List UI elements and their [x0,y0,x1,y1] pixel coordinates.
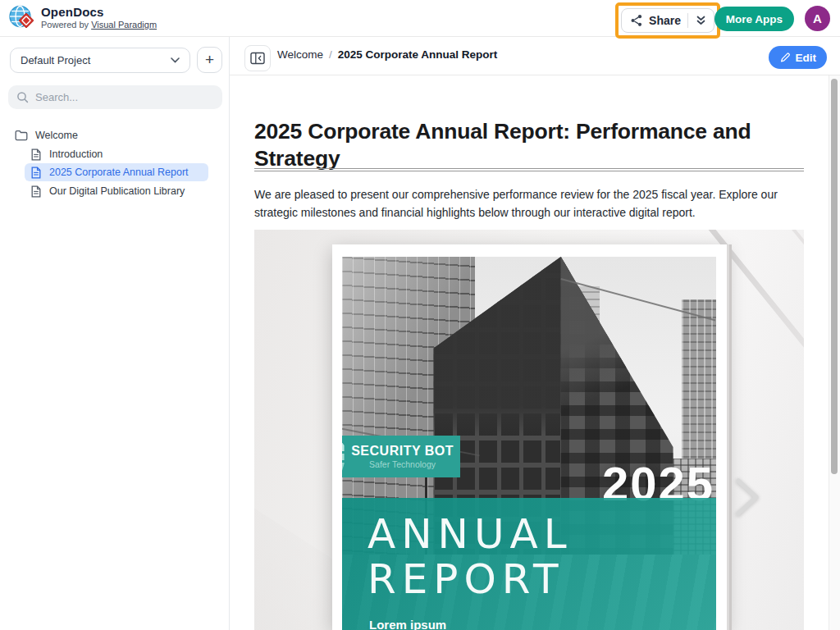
search-icon [16,91,29,103]
edit-label: Edit [796,52,817,64]
sidebar: Default Project + Welcome Introduction [0,37,230,630]
sidebar-search[interactable] [8,85,222,109]
report-cover-page: 2025 ANNUAL REPORT Lorem ipsum SECURITY … [332,244,727,630]
breadcrumb-separator: / [329,48,332,61]
tree-item-introduction[interactable]: Introduction [30,145,103,163]
powered-by-line: Powered by Visual Paradigm [41,20,157,30]
more-apps-button[interactable]: More Apps [714,7,794,31]
intro-paragraph: We are pleased to present our comprehens… [254,185,783,222]
tree-item-welcome[interactable]: Welcome [15,126,78,144]
top-header-bar: OpenDocs Powered by Visual Paradigm Shar… [0,0,840,37]
share-highlight-annotation: Share [615,2,720,39]
cover-subtext: Lorem ipsum [369,618,446,630]
brand-name: SECURITY BOT [351,444,454,459]
flipbook-viewer: 2025 ANNUAL REPORT Lorem ipsum SECURITY … [254,230,804,630]
chevron-right-icon [728,474,766,520]
cover-photo: 2025 ANNUAL REPORT Lorem ipsum SECURITY … [342,257,716,630]
project-selector-dropdown[interactable]: Default Project [10,48,190,73]
next-page-button[interactable] [728,474,766,520]
breadcrumb: Welcome / 2025 Corporate Annual Report [277,48,497,61]
share-button-divider [687,13,688,28]
project-selector-value: Default Project [21,54,90,66]
breadcrumb-parent[interactable]: Welcome [277,48,323,61]
edit-button[interactable]: Edit [769,46,828,69]
chevron-down-icon [171,57,180,63]
share-icon [630,14,643,27]
pencil-icon [779,52,791,63]
user-avatar[interactable]: A [805,6,830,31]
brand-tagline: Safer Technology [369,459,436,469]
share-split-button[interactable]: Share [621,8,714,33]
document-icon [30,148,42,161]
document-icon [30,167,42,179]
document-icon [30,185,42,198]
search-input[interactable] [35,91,199,103]
page-scrollbar-track [829,75,840,630]
brand-badge: SECURITY BOT Safer Technology [342,436,460,477]
folder-icon [15,130,28,141]
breadcrumb-bar: Welcome / 2025 Corporate Annual Report E… [230,37,840,75]
visual-paradigm-link[interactable]: Visual Paradigm [91,20,157,30]
opendocs-logo-icon [8,4,36,32]
collapse-sidebar-button[interactable] [244,45,271,71]
page-scrollbar-thumb[interactable] [831,79,838,474]
document-content: 2025 Corporate Annual Report: Performanc… [230,75,840,630]
heading-divider [254,168,804,171]
cover-title: ANNUAL REPORT [368,512,573,602]
panel-collapse-left-icon [250,52,266,65]
tree-item-publication-library[interactable]: Our Digital Publication Library [30,182,185,200]
add-project-button[interactable]: + [197,47,222,73]
app-title: OpenDocs [41,5,157,19]
page-title: 2025 Corporate Annual Report: Performanc… [254,118,763,171]
shield-stripes-icon [342,443,345,471]
share-label: Share [649,14,681,27]
double-chevron-down-icon[interactable] [695,14,707,27]
tree-item-annual-report[interactable]: 2025 Corporate Annual Report [25,163,208,181]
breadcrumb-current: 2025 Corporate Annual Report [338,48,498,61]
